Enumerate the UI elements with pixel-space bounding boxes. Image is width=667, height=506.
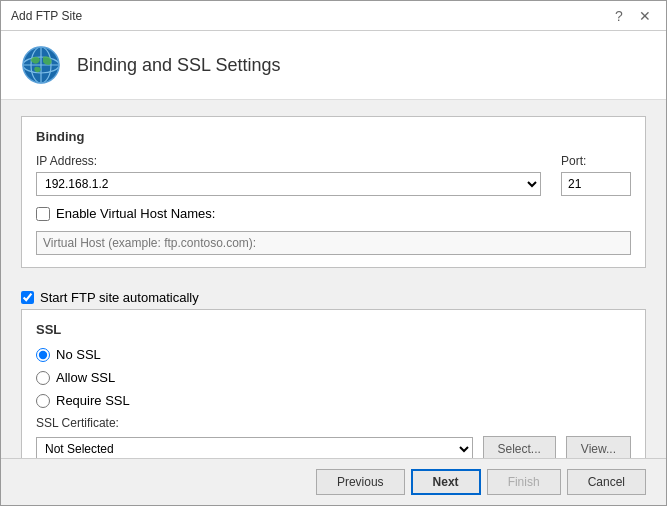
enable-virtual-host-checkbox[interactable]: [36, 207, 50, 221]
port-col: Port:: [561, 154, 631, 196]
add-ftp-site-dialog: Add FTP Site ? ✕ Binding and SSL Setting…: [0, 0, 667, 506]
binding-fields-row: IP Address: 192.168.1.2 Port:: [36, 154, 631, 196]
next-button[interactable]: Next: [411, 469, 481, 495]
start-ftp-row: Start FTP site automatically: [21, 282, 646, 309]
page-title: Binding and SSL Settings: [77, 55, 280, 76]
cert-row: Not Selected Select... View...: [36, 436, 631, 458]
require-ssl-row: Require SSL: [36, 393, 631, 408]
ssl-section: SSL No SSL Allow SSL Require SSL SSL Cer…: [21, 309, 646, 458]
view-cert-button[interactable]: View...: [566, 436, 631, 458]
dialog-header: Binding and SSL Settings: [1, 31, 666, 100]
no-ssl-row: No SSL: [36, 347, 631, 362]
main-content: Binding IP Address: 192.168.1.2 Port: En…: [1, 100, 666, 458]
no-ssl-radio[interactable]: [36, 348, 50, 362]
require-ssl-radio[interactable]: [36, 394, 50, 408]
allow-ssl-row: Allow SSL: [36, 370, 631, 385]
ip-address-select[interactable]: 192.168.1.2: [36, 172, 541, 196]
title-bar-buttons: ? ✕: [608, 5, 656, 27]
dialog-footer: Previous Next Finish Cancel: [1, 458, 666, 505]
ip-address-label: IP Address:: [36, 154, 541, 168]
ssl-legend: SSL: [36, 322, 631, 337]
start-ftp-label[interactable]: Start FTP site automatically: [40, 290, 199, 305]
no-ssl-label[interactable]: No SSL: [56, 347, 101, 362]
binding-legend: Binding: [36, 129, 631, 144]
allow-ssl-label[interactable]: Allow SSL: [56, 370, 115, 385]
require-ssl-label[interactable]: Require SSL: [56, 393, 130, 408]
dialog-title: Add FTP Site: [11, 9, 82, 23]
title-bar-left: Add FTP Site: [11, 9, 82, 23]
ip-address-col: IP Address: 192.168.1.2: [36, 154, 541, 196]
cancel-button[interactable]: Cancel: [567, 469, 646, 495]
virtual-host-checkbox-row: Enable Virtual Host Names:: [36, 206, 631, 221]
select-cert-button[interactable]: Select...: [483, 436, 556, 458]
enable-virtual-host-label[interactable]: Enable Virtual Host Names:: [56, 206, 215, 221]
help-button[interactable]: ?: [608, 5, 630, 27]
title-bar: Add FTP Site ? ✕: [1, 1, 666, 31]
close-button[interactable]: ✕: [634, 5, 656, 27]
finish-button[interactable]: Finish: [487, 469, 561, 495]
port-label: Port:: [561, 154, 631, 168]
previous-button[interactable]: Previous: [316, 469, 405, 495]
ssl-cert-select[interactable]: Not Selected: [36, 437, 473, 458]
port-input[interactable]: [561, 172, 631, 196]
start-ftp-checkbox[interactable]: [21, 291, 34, 304]
globe-icon: [21, 45, 61, 85]
cert-label: SSL Certificate:: [36, 416, 631, 430]
allow-ssl-radio[interactable]: [36, 371, 50, 385]
virtual-host-input[interactable]: [36, 231, 631, 255]
binding-section: Binding IP Address: 192.168.1.2 Port: En…: [21, 116, 646, 268]
